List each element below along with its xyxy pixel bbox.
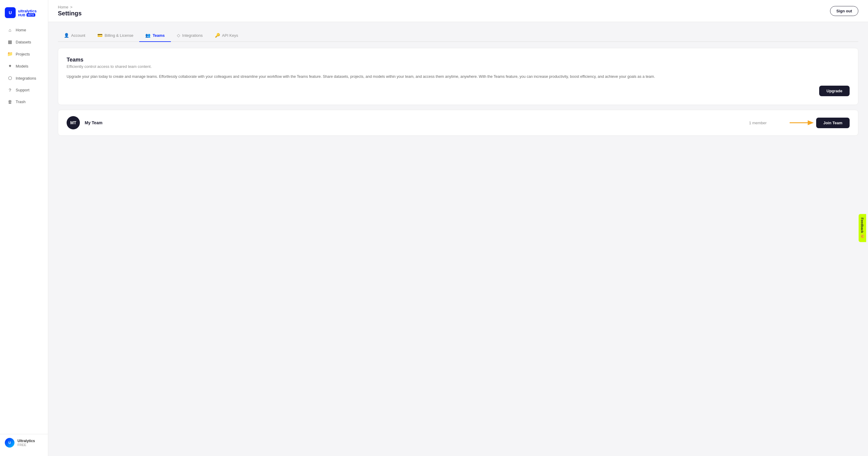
integrations-tab-icon: ◇ (177, 33, 180, 38)
home-icon: ⌂ (7, 27, 13, 33)
main-content: Home > Settings Sign out 👤 Account 💳 Bil… (48, 0, 868, 456)
billing-icon: 💳 (97, 33, 102, 38)
tabs: 👤 Account 💳 Billing & License 👥 Teams ◇ … (58, 29, 858, 42)
teams-card-title: Teams (67, 57, 849, 63)
sidebar-label-trash: Trash (16, 99, 26, 104)
content-area: 👤 Account 💳 Billing & License 👥 Teams ◇ … (48, 22, 868, 456)
page-title: Settings (58, 10, 82, 17)
datasets-icon: ▦ (7, 39, 13, 45)
teams-card-subtitle: Efficiently control access to shared tea… (67, 64, 849, 69)
tab-integrations-label: Integrations (182, 33, 203, 38)
svg-marker-1 (808, 120, 814, 125)
sidebar-item-trash[interactable]: 🗑 Trash (2, 96, 45, 107)
team-name: My Team (85, 120, 744, 125)
header-left: Home > Settings (58, 5, 82, 17)
sidebar-item-integrations[interactable]: ⬡ Integrations (2, 73, 45, 84)
sidebar-label-integrations: Integrations (16, 76, 36, 81)
logo-text: ultralytics HUB BETA (18, 9, 36, 17)
tab-integrations[interactable]: ◇ Integrations (171, 29, 209, 42)
sidebar: U ultralytics HUB BETA ⌂ Home ▦ Datasets… (0, 0, 48, 456)
support-icon: ? (7, 87, 13, 93)
feedback-emoji: 😊 (861, 234, 864, 238)
upgrade-button[interactable]: Upgrade (819, 86, 849, 96)
teams-info-card: Teams Efficiently control access to shar… (58, 48, 858, 105)
sign-out-button[interactable]: Sign out (830, 6, 858, 16)
tab-teams[interactable]: 👥 Teams (139, 29, 170, 42)
sidebar-item-support[interactable]: ? Support (2, 84, 45, 95)
sidebar-label-models: Models (16, 64, 28, 68)
integrations-icon: ⬡ (7, 76, 13, 81)
teams-icon: 👥 (145, 33, 150, 38)
breadcrumb-separator: > (70, 5, 73, 9)
breadcrumb: Home > (58, 5, 82, 9)
annotation-arrow (789, 119, 814, 126)
projects-icon: 📁 (7, 51, 13, 57)
feedback-tab[interactable]: Feedback 😊 (859, 214, 866, 242)
avatar: U (5, 438, 14, 448)
feedback-label: Feedback (861, 218, 864, 233)
trash-icon: 🗑 (7, 99, 13, 104)
tab-billing[interactable]: 💳 Billing & License (91, 29, 139, 42)
api-keys-icon: 🔑 (215, 33, 220, 38)
avatar-initials: U (8, 441, 11, 445)
logo-beta: BETA (27, 13, 35, 17)
account-icon: 👤 (64, 33, 69, 38)
sidebar-nav: ⌂ Home ▦ Datasets 📁 Projects ✦ Models ⬡ … (0, 24, 48, 434)
sidebar-label-home: Home (16, 28, 26, 32)
footer-name: Ultralytics (18, 439, 35, 443)
tab-teams-label: Teams (153, 33, 164, 38)
team-avatar: MT (67, 116, 80, 130)
logo-icon: U (5, 7, 16, 18)
sidebar-item-projects[interactable]: 📁 Projects (2, 48, 45, 60)
sidebar-label-datasets: Datasets (16, 40, 31, 44)
breadcrumb-home: Home (58, 5, 68, 9)
logo-name: ultralytics (18, 9, 36, 13)
sidebar-item-models[interactable]: ✦ Models (2, 60, 45, 72)
team-member-count: 1 member (749, 121, 767, 125)
header: Home > Settings Sign out (48, 0, 868, 22)
join-team-button[interactable]: Join Team (816, 118, 849, 128)
join-team-arrow-container: Join Team (789, 118, 849, 128)
tab-api-keys[interactable]: 🔑 API Keys (209, 29, 244, 42)
footer-plan: FREE (18, 443, 35, 447)
logo: U ultralytics HUB BETA (0, 5, 48, 24)
models-icon: ✦ (7, 63, 13, 69)
sidebar-label-projects: Projects (16, 52, 30, 56)
teams-card-description: Upgrade your plan today to create and ma… (67, 74, 849, 80)
team-initials: MT (70, 120, 76, 125)
tab-account[interactable]: 👤 Account (58, 29, 91, 42)
team-row: MT My Team 1 member Join Team (58, 110, 858, 136)
sidebar-label-support: Support (16, 88, 30, 92)
teams-card-actions: Upgrade (67, 86, 849, 96)
sidebar-item-home[interactable]: ⌂ Home (2, 24, 45, 36)
tab-account-label: Account (71, 33, 85, 38)
tab-api-keys-label: API Keys (222, 33, 238, 38)
sidebar-footer: U Ultralytics FREE (0, 434, 48, 451)
logo-hub: HUB (18, 13, 25, 17)
tab-billing-label: Billing & License (104, 33, 133, 38)
sidebar-item-datasets[interactable]: ▦ Datasets (2, 36, 45, 48)
